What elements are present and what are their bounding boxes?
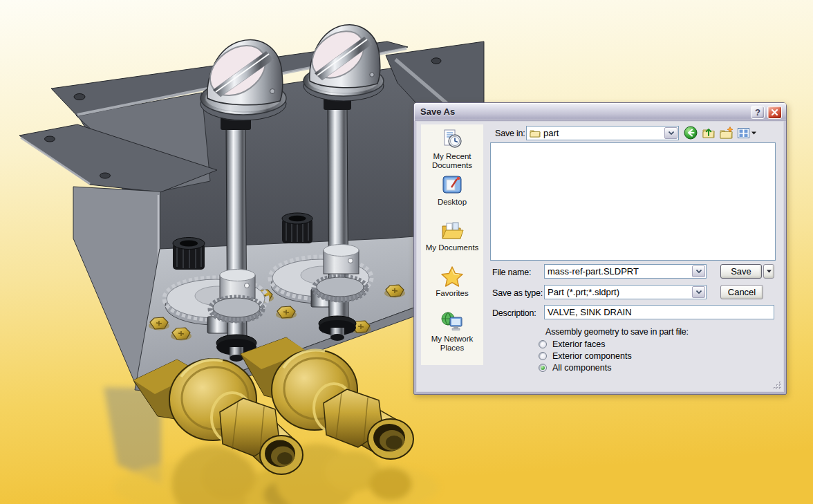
dialog-title: Save As [414,103,786,121]
sidebar-item-label: Favorites [436,289,468,298]
radio-label: Exterior faces [552,339,605,349]
file-name-value: mass-ref-part.SLDPRT [545,266,691,277]
save-in-dropdown-button[interactable] [664,127,678,139]
file-name-combobox[interactable]: mass-ref-part.SLDPRT [544,264,707,279]
assembly-geometry-label: Assembly geometry to save in part file: [545,327,689,337]
chevron-down-icon [696,270,702,273]
my-documents-icon [440,220,464,242]
sidebar-item-favorites[interactable]: Favorites [421,265,483,307]
save-as-type-value: Part (*.prt;*.sldprt) [545,287,691,297]
help-button[interactable]: ? [751,106,765,119]
sidebar-item-my-network-places[interactable]: My Network Places [421,311,483,353]
view-menu-icon [738,128,749,138]
create-new-folder-icon[interactable] [720,127,733,139]
radio-label: Exterior components [552,351,632,361]
sidebar-item-label: Desktop [438,198,467,207]
sidebar-item-recent-documents[interactable]: My Recent Documents [421,129,483,170]
chevron-down-icon [767,270,772,273]
save-options-dropdown-button[interactable] [763,264,774,279]
close-button[interactable] [767,106,782,119]
sidebar-item-my-documents[interactable]: My Documents [421,220,483,261]
file-list[interactable] [490,142,776,261]
dialog-body: My Recent Documents Desktop [416,121,784,392]
cancel-button-label: Cancel [728,287,756,297]
radio-button [539,340,547,348]
desktop: Save As ? My Recent Documents [0,0,813,504]
description-value: VALVE, SINK DRAIN [545,307,774,317]
places-sidebar: My Recent Documents Desktop [421,124,483,365]
network-places-icon [440,311,464,333]
file-name-dropdown-button[interactable] [692,265,705,277]
radio-exterior-components[interactable]: Exterior components [539,351,632,361]
resize-grip[interactable] [773,381,782,390]
description-input[interactable]: VALVE, SINK DRAIN [544,305,774,319]
sidebar-item-label: My Recent Documents [422,152,482,170]
save-button-label: Save [731,266,751,277]
dialog-titlebar[interactable]: Save As ? [414,103,786,121]
radio-button [539,352,547,360]
save-as-type-combobox[interactable]: Part (*.prt;*.sldprt) [544,285,707,299]
recent-documents-icon [440,129,464,151]
description-label: Description: [492,308,536,318]
save-as-type-label: Save as type: [492,288,543,298]
sidebar-item-label: My Network Places [422,335,482,353]
radio-exterior-faces[interactable]: Exterior faces [539,339,605,349]
folder-icon [530,129,541,138]
dialog-toolbar [684,126,756,140]
chevron-down-icon [696,290,702,294]
save-in-value: part [541,128,664,138]
save-button[interactable]: Save [720,264,762,279]
sidebar-item-label: My Documents [426,243,479,252]
cancel-button[interactable]: Cancel [720,285,763,299]
save-in-combobox[interactable]: part [526,126,679,140]
view-menu-button[interactable] [738,128,756,138]
help-icon: ? [755,107,760,118]
radio-button [539,364,547,372]
sidebar-item-desktop[interactable]: Desktop [421,174,483,216]
up-one-level-icon[interactable] [702,127,716,139]
save-as-dialog: Save As ? My Recent Documents [413,102,787,395]
chevron-down-icon [669,131,674,135]
radio-all-components[interactable]: All components [539,363,611,373]
favorites-icon [440,265,464,288]
desktop-icon [440,174,464,196]
chevron-down-icon [751,131,756,135]
radio-label: All components [552,363,611,373]
save-in-label: Save in: [495,129,525,138]
close-icon [771,109,778,116]
file-name-label: File name: [492,268,531,277]
go-back-icon[interactable] [684,126,698,140]
save-as-type-dropdown-button[interactable] [692,286,705,298]
